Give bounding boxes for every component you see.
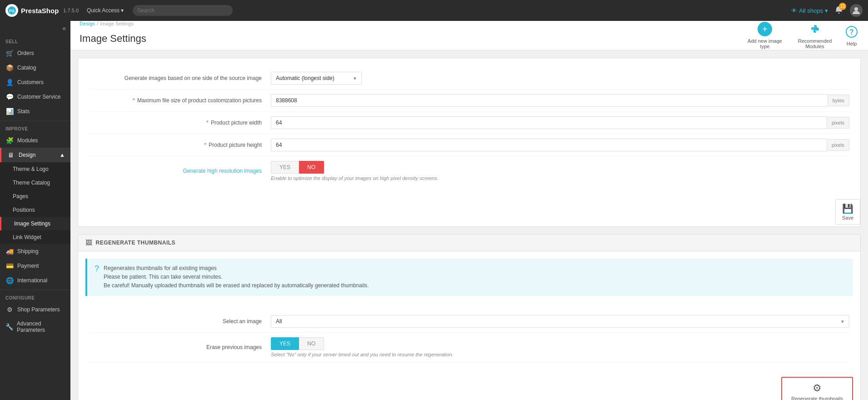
image-settings-card: Generate images based on one side of the… [78, 58, 861, 227]
erase-hint: Select "No" only if your server timed ou… [271, 352, 849, 357]
hires-label: Generate high resolution images [89, 168, 271, 174]
sidebar-item-theme-logo[interactable]: Theme & Logo [0, 162, 70, 176]
erase-toggle-group: YES NO [271, 337, 849, 350]
logo-icon: PS [5, 4, 18, 17]
shop-params-icon: ⚙ [5, 306, 14, 313]
breadcrumb-design[interactable]: Design [80, 21, 95, 26]
product-width-unit: pixels [827, 117, 849, 129]
add-new-image-type-button[interactable]: + Add new image type [744, 22, 785, 49]
product-height-control: pixels [271, 139, 849, 151]
sidebar-divider-2 [0, 290, 70, 290]
erase-no-button[interactable]: NO [299, 337, 324, 350]
header-left: Design / Image Settings Image Settings [80, 21, 146, 50]
catalog-icon: 📦 [5, 64, 14, 71]
notifications-button[interactable]: 15 [834, 5, 843, 16]
stats-icon: 📊 [5, 108, 14, 115]
sidebar-item-customers[interactable]: 👤 Customers [0, 75, 70, 90]
max-filesize-control: bytes [271, 94, 849, 107]
max-filesize-label: * Maximum file size of product customiza… [89, 97, 271, 104]
version-label: 1.7.5.0 [63, 8, 79, 13]
product-height-input[interactable] [271, 139, 827, 151]
payment-icon: 💳 [5, 262, 14, 270]
breadcrumb-current: Image Settings [100, 21, 133, 26]
sidebar-item-adv-params[interactable]: 🔧 Advanced Parameters [0, 317, 70, 337]
generate-images-select[interactable]: Automatic (longest side) Width Height [271, 72, 362, 85]
header-actions: + Add new image type Recommended Modules… [744, 22, 859, 49]
sidebar-item-pages[interactable]: Pages [0, 190, 70, 203]
sidebar-item-image-settings[interactable]: Image Settings [0, 217, 70, 230]
sidebar-item-positions[interactable]: Positions [0, 203, 70, 217]
product-height-row: * Product picture height pixels [89, 134, 849, 156]
sidebar-item-payment[interactable]: 💳 Payment [0, 259, 70, 273]
improve-section-label: IMPROVE [0, 123, 70, 133]
search-container [133, 5, 233, 16]
sidebar-item-stats[interactable]: 📊 Stats [0, 104, 70, 119]
select-image-control: All Products Categories Manufacturers Su… [271, 315, 849, 328]
hires-row: Generate high resolution images YES NO E… [89, 156, 849, 185]
search-input[interactable] [133, 5, 233, 16]
hires-no-button[interactable]: NO [299, 161, 324, 174]
image-icon: 🖼 [85, 239, 92, 246]
product-height-label: * Product picture height [89, 142, 271, 148]
chevron-up-icon: ▲ [60, 152, 65, 158]
adv-params-icon: 🔧 [5, 323, 13, 330]
design-icon: 🖥 [7, 151, 15, 159]
info-icon: ? [95, 264, 99, 274]
hires-toggle-group: YES NO [271, 161, 849, 174]
regenerate-section-title: 🖼 REGENERATE THUMBNAILS [78, 235, 860, 251]
plus-circle-icon: + [758, 22, 772, 36]
sidebar-item-orders[interactable]: 🛒 Orders [0, 46, 70, 60]
select-image-label: Select an image [89, 318, 271, 325]
product-height-unit: pixels [827, 139, 849, 151]
svg-text:?: ? [849, 28, 854, 36]
sidebar-item-design[interactable]: 🖥 Design ▲ [0, 148, 70, 162]
hires-control: YES NO Enable to optimize the display of… [271, 161, 849, 181]
modules-icon: 🧩 [5, 137, 14, 144]
product-width-control: pixels [271, 116, 849, 129]
gear-icon: ⚙ [813, 382, 822, 394]
design-submenu: Theme & Logo Theme Catalog Pages Positio… [0, 162, 70, 244]
main-content: Design / Image Settings Image Settings +… [70, 21, 868, 400]
select-image-select-wrap: All Products Categories Manufacturers Su… [271, 315, 849, 328]
orders-icon: 🛒 [5, 50, 14, 57]
select-image-select[interactable]: All Products Categories Manufacturers Su… [271, 315, 849, 328]
erase-yes-button[interactable]: YES [271, 337, 299, 350]
save-icon: 💾 [842, 203, 853, 214]
erase-control: YES NO Select "No" only if your server t… [271, 337, 849, 357]
sidebar-item-shipping[interactable]: 🚚 Shipping [0, 244, 70, 259]
content-area: Generate images based on one side of the… [70, 50, 868, 400]
max-filesize-input[interactable] [271, 94, 828, 107]
sidebar-item-theme-catalog[interactable]: Theme Catalog [0, 176, 70, 190]
sidebar-collapse-button[interactable]: « [0, 21, 70, 35]
sidebar-item-shop-params[interactable]: ⚙ Shop Parameters [0, 302, 70, 317]
regen-form: Select an image All Products Categories … [78, 303, 860, 370]
help-button[interactable]: ? Help [844, 25, 859, 46]
quick-access-button[interactable]: Quick Access ▾ [87, 7, 124, 14]
sidebar-item-modules[interactable]: 🧩 Modules [0, 133, 70, 148]
logo: PS PrestaShop 1.7.5.0 [5, 4, 79, 17]
generate-images-select-wrap: Automatic (longest side) Width Height [271, 72, 362, 85]
topbar-right: 👁 All shops ▾ 15 [791, 4, 863, 17]
hires-yes-button[interactable]: YES [271, 161, 299, 174]
erase-label: Erase previous images [89, 344, 271, 350]
regenerate-thumbnails-button[interactable]: ⚙ Regenerate thumbnails [781, 377, 853, 400]
max-filesize-unit: bytes [828, 95, 849, 106]
sidebar-item-international[interactable]: 🌐 International [0, 273, 70, 288]
save-button[interactable]: 💾 Save [835, 199, 860, 225]
product-width-label: * Product picture width [89, 120, 271, 126]
sidebar-item-customer-service[interactable]: 💬 Customer Service [0, 90, 70, 104]
generate-images-control: Automatic (longest side) Width Height [271, 72, 849, 85]
info-box-text: Regenerates thumbnails for all existing … [104, 264, 369, 290]
sidebar-item-catalog[interactable]: 📦 Catalog [0, 60, 70, 75]
user-avatar[interactable] [850, 4, 863, 17]
recommended-modules-button[interactable]: Recommended Modules [794, 22, 835, 49]
sidebar-divider [0, 120, 70, 121]
brand-name: PrestaShop [21, 7, 59, 15]
shipping-icon: 🚚 [5, 248, 14, 255]
configure-section-label: CONFIGURE [0, 292, 70, 302]
puzzle-icon [808, 22, 822, 36]
product-width-input[interactable] [271, 116, 827, 129]
all-shops-button[interactable]: 👁 All shops ▾ [791, 7, 828, 14]
sidebar-item-link-widget[interactable]: Link Widget [0, 230, 70, 244]
topbar: PS PrestaShop 1.7.5.0 Quick Access ▾ 👁 A… [0, 0, 868, 21]
